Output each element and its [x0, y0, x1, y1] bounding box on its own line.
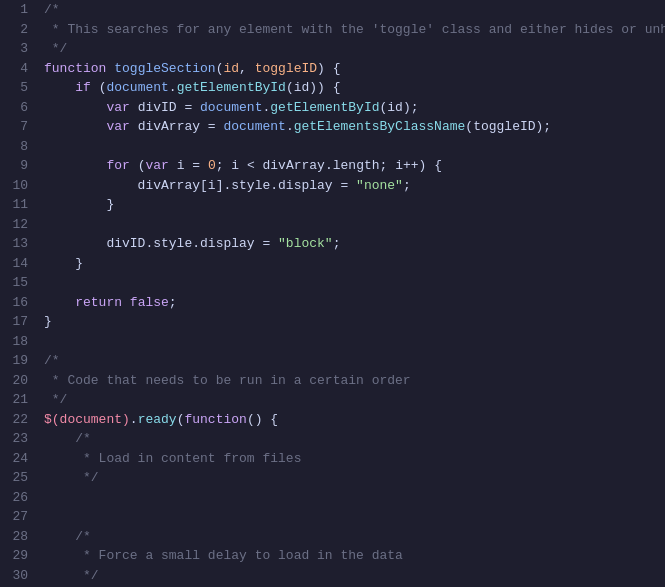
- token-c-comment: * This searches for any element with the…: [44, 22, 665, 37]
- code-line: divArray[i].style.display = "none";: [44, 176, 665, 196]
- token-c-plain: [44, 158, 106, 173]
- code-line: }: [44, 312, 665, 332]
- token-c-method: getElementById: [177, 80, 286, 95]
- code-line: divID.style.display = "block";: [44, 234, 665, 254]
- token-c-comment: */: [44, 392, 67, 407]
- token-c-plain: }: [44, 314, 52, 329]
- code-editor: 1234567891011121314151617181920212223242…: [0, 0, 665, 587]
- token-c-builtin: document: [223, 119, 285, 134]
- token-c-plain: =: [184, 158, 207, 173]
- token-c-plain: }: [44, 256, 83, 271]
- token-c-plain: ].style.display =: [216, 178, 356, 193]
- line-number: 20: [8, 371, 28, 391]
- token-c-comment: /*: [44, 2, 60, 17]
- token-c-plain: [44, 529, 75, 544]
- token-c-method: ready: [138, 412, 177, 427]
- token-c-plain: [44, 295, 75, 310]
- token-c-comment: */: [44, 568, 99, 583]
- code-line: /*: [44, 429, 665, 449]
- line-number: 21: [8, 390, 28, 410]
- token-c-plain: [169, 158, 177, 173]
- token-c-comment: * Code that needs to be run in a certain…: [44, 373, 411, 388]
- token-c-param: id: [223, 61, 239, 76]
- token-c-jquery: $(document): [44, 412, 130, 427]
- token-c-builtin: document: [200, 100, 262, 115]
- token-c-plain: [44, 100, 106, 115]
- token-c-keyword: var: [106, 119, 129, 134]
- line-number: 13: [8, 234, 28, 254]
- token-c-keyword: var: [106, 100, 129, 115]
- code-line: [44, 137, 665, 157]
- token-c-variable: i: [231, 158, 239, 173]
- token-c-plain: [44, 119, 106, 134]
- token-c-comment: * Force a small delay to load in the dat…: [44, 548, 403, 563]
- token-c-number: 0: [208, 158, 216, 173]
- token-c-keyword: if: [75, 80, 91, 95]
- token-c-plain: divArray =: [130, 119, 224, 134]
- code-line: [44, 273, 665, 293]
- token-c-plain: ;: [403, 178, 411, 193]
- line-number: 28: [8, 527, 28, 547]
- code-line: for (var i = 0; i < divArray.length; i++…: [44, 156, 665, 176]
- token-c-keyword: false: [130, 295, 169, 310]
- token-c-plain: () {: [247, 412, 278, 427]
- line-number: 17: [8, 312, 28, 332]
- token-c-plain: [44, 431, 75, 446]
- code-line: function toggleSection(id, toggleID) {: [44, 59, 665, 79]
- token-c-keyword: for: [106, 158, 129, 173]
- token-c-comment: * Load in content from files: [44, 451, 301, 466]
- line-number: 5: [8, 78, 28, 98]
- code-line: * Load in content from files: [44, 449, 665, 469]
- code-line: /*: [44, 527, 665, 547]
- token-c-method: getElementsByClassName: [294, 119, 466, 134]
- token-c-plain: (id);: [380, 100, 419, 115]
- code-line: return false;: [44, 293, 665, 313]
- token-c-comment: */: [44, 470, 99, 485]
- line-number: 18: [8, 332, 28, 352]
- code-line: [44, 488, 665, 508]
- line-number: 12: [8, 215, 28, 235]
- token-c-plain: ,: [239, 61, 255, 76]
- line-number: 14: [8, 254, 28, 274]
- code-line: [44, 215, 665, 235]
- line-number: 26: [8, 488, 28, 508]
- token-c-plain: }: [44, 197, 114, 212]
- token-c-variable: i: [208, 178, 216, 193]
- token-c-plain: < divArray.length;: [239, 158, 395, 173]
- line-number: 10: [8, 176, 28, 196]
- line-number: 3: [8, 39, 28, 59]
- token-c-keyword: function: [44, 61, 106, 76]
- line-number: 25: [8, 468, 28, 488]
- token-c-string: "none": [356, 178, 403, 193]
- code-line: [44, 332, 665, 352]
- line-number: 16: [8, 293, 28, 313]
- token-c-comment: /*: [44, 353, 60, 368]
- token-c-string: "block": [278, 236, 333, 251]
- code-line: */: [44, 468, 665, 488]
- line-number: 27: [8, 507, 28, 527]
- code-line: }: [44, 254, 665, 274]
- token-c-plain: [122, 295, 130, 310]
- token-c-param: toggleID: [255, 61, 317, 76]
- token-c-function: toggleSection: [114, 61, 215, 76]
- token-c-plain: (toggleID);: [465, 119, 551, 134]
- line-number: 1: [8, 0, 28, 20]
- token-c-keyword: var: [145, 158, 168, 173]
- token-c-plain: ;: [333, 236, 341, 251]
- code-line: if (document.getElementById(id)) {: [44, 78, 665, 98]
- line-number: 2: [8, 20, 28, 40]
- token-c-plain: divID =: [130, 100, 200, 115]
- token-c-comment: /*: [75, 529, 91, 544]
- line-number: 29: [8, 546, 28, 566]
- code-line: /*: [44, 351, 665, 371]
- code-line: */: [44, 390, 665, 410]
- line-number: 22: [8, 410, 28, 430]
- line-number: 6: [8, 98, 28, 118]
- token-c-plain: ;: [216, 158, 232, 173]
- token-c-plain: [44, 80, 75, 95]
- token-c-plain: ++) {: [403, 158, 442, 173]
- code-line: [44, 507, 665, 527]
- token-c-method: getElementById: [270, 100, 379, 115]
- line-number: 19: [8, 351, 28, 371]
- code-content[interactable]: /* * This searches for any element with …: [36, 0, 665, 587]
